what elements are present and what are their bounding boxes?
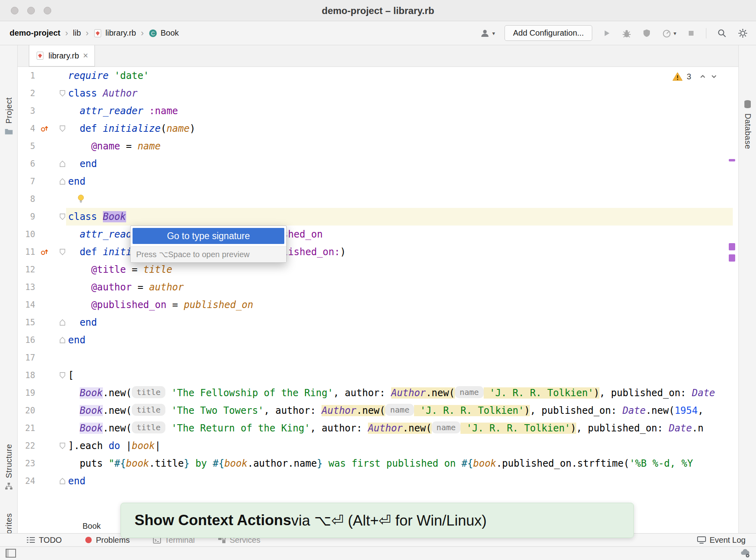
override-marker-icon[interactable]	[40, 247, 49, 256]
code-line-9[interactable]: 9class Book	[18, 208, 738, 226]
profiler-button[interactable]: ▾	[662, 28, 676, 38]
close-tab-icon[interactable]: ×	[83, 52, 88, 60]
code-line-15[interactable]: 15 end	[18, 314, 738, 331]
inlay-hint[interactable]: title	[132, 421, 165, 433]
line-number[interactable]: 20	[19, 402, 35, 419]
line-number[interactable]: 3	[19, 102, 35, 120]
editor[interactable]: 1require 'date'2class Author3 attr_reade…	[18, 67, 738, 519]
fold-start-icon[interactable]	[58, 442, 66, 450]
inlay-hint[interactable]: name	[385, 404, 414, 416]
fold-end-icon[interactable]	[58, 160, 66, 168]
stop-button-icon[interactable]	[687, 29, 696, 38]
line-number[interactable]: 14	[19, 296, 35, 314]
tab-library-rb[interactable]: library.rb ×	[29, 45, 95, 66]
tool-stripe-project[interactable]: Project	[0, 97, 18, 135]
line-number[interactable]: 15	[19, 314, 35, 331]
line-number[interactable]: 2	[19, 85, 35, 102]
run-button-icon[interactable]	[602, 28, 611, 38]
code-line-2[interactable]: 2class Author	[18, 85, 738, 102]
search-everywhere-icon[interactable]	[717, 28, 727, 38]
inlay-hint[interactable]: title	[132, 386, 165, 398]
code-line-16[interactable]: 16end	[18, 331, 738, 349]
code-line-13[interactable]: 13 @author = author	[18, 278, 738, 296]
line-number[interactable]: 7	[19, 173, 35, 190]
code-line-10[interactable]: 10 attr_reader :title, :author, :publish…	[18, 226, 738, 243]
add-configuration-button[interactable]: Add Configuration...	[505, 25, 592, 41]
code-line-1[interactable]: 1require 'date'	[18, 67, 738, 85]
settings-gear-icon[interactable]	[738, 28, 748, 38]
line-number[interactable]: 12	[19, 261, 35, 278]
line-number[interactable]: 23	[19, 455, 35, 472]
previous-problem-chevron-up-icon[interactable]	[699, 73, 706, 80]
override-marker-icon[interactable]	[40, 124, 49, 133]
breadcrumb-project[interactable]: demo-project	[10, 28, 60, 38]
line-number[interactable]: 21	[19, 419, 35, 437]
code-line-5[interactable]: 5 @name = name	[18, 137, 738, 155]
line-number[interactable]: 16	[19, 331, 35, 349]
line-number[interactable]: 8	[19, 190, 35, 208]
code-line-24[interactable]: 24end	[18, 472, 738, 490]
line-number[interactable]: 18	[19, 367, 35, 384]
next-problem-chevron-down-icon[interactable]	[710, 73, 718, 80]
debug-button-icon[interactable]	[622, 28, 631, 38]
inspections-widget[interactable]: 3	[672, 72, 718, 81]
fold-end-icon[interactable]	[58, 477, 66, 485]
tool-stripe-database[interactable]: Database	[739, 100, 756, 149]
code-token: Author	[368, 423, 403, 434]
svg-text:C: C	[151, 30, 155, 36]
breadcrumb-lib[interactable]: lib	[73, 28, 81, 38]
tool-stripe-structure[interactable]: Structure	[0, 444, 18, 490]
line-number[interactable]: 6	[19, 155, 35, 173]
fold-end-icon[interactable]	[58, 318, 66, 326]
code-token: .new(	[426, 387, 454, 399]
line-number[interactable]: 9	[19, 208, 35, 226]
line-number[interactable]: 24	[19, 472, 35, 490]
fold-start-icon[interactable]	[58, 125, 66, 133]
breadcrumb-class[interactable]: C Book	[149, 28, 179, 38]
line-number[interactable]: 10	[19, 226, 35, 243]
code-line-23[interactable]: 23 puts "#{book.title} by #{book.author.…	[18, 455, 738, 472]
inlay-hint[interactable]: title	[132, 404, 165, 416]
code-line-22[interactable]: 22].each do |book|	[18, 437, 738, 455]
line-number[interactable]: 22	[19, 437, 35, 455]
line-number[interactable]: 17	[19, 349, 35, 367]
code-line-21[interactable]: 21 Book.new(title 'The Return of the Kin…	[18, 419, 738, 437]
code-line-11[interactable]: 11 def initialize(title:, author:, publi…	[18, 243, 738, 261]
fold-start-icon[interactable]	[58, 213, 66, 221]
line-number[interactable]: 4	[19, 120, 35, 137]
code-line-20[interactable]: 20 Book.new(title 'The Two Towers', auth…	[18, 402, 738, 419]
toggle-toolwindows-icon[interactable]	[6, 549, 16, 558]
code-line-8[interactable]: 8	[18, 190, 738, 208]
line-number[interactable]: 13	[19, 278, 35, 296]
code-line-7[interactable]: 7end	[18, 173, 738, 190]
code-line-6[interactable]: 6 end	[18, 155, 738, 173]
inlay-hint[interactable]: name	[432, 421, 460, 433]
code-line-18[interactable]: 18[	[18, 367, 738, 384]
popup-action-go-to-type-signature[interactable]: Go to type signature	[133, 228, 284, 244]
fold-end-icon[interactable]	[58, 177, 66, 185]
code-line-4[interactable]: 4 def initialize(name)	[18, 120, 738, 137]
fold-start-icon[interactable]	[58, 248, 66, 256]
toolwindow-event-log[interactable]: Event Log	[697, 536, 746, 545]
line-number[interactable]: 19	[19, 384, 35, 402]
line-number[interactable]: 5	[19, 137, 35, 155]
toolwindow-todo[interactable]: TODO	[26, 536, 62, 545]
breadcrumb-file[interactable]: library.rb	[93, 28, 136, 38]
code-line-19[interactable]: 19 Book.new(title 'The Fellowship of the…	[18, 384, 738, 402]
inlay-hint[interactable]: name	[455, 386, 484, 398]
code-line-12[interactable]: 12 @title = title	[18, 261, 738, 278]
code-line-14[interactable]: 14 @published_on = published_on	[18, 296, 738, 314]
fold-start-icon[interactable]	[58, 89, 66, 97]
chevron-down-icon: ▾	[492, 30, 495, 36]
ide-updates-icon[interactable]	[740, 548, 750, 558]
line-number[interactable]: 1	[19, 67, 35, 85]
user-menu-button[interactable]: ▾	[480, 28, 495, 38]
coverage-button-icon[interactable]	[642, 28, 651, 38]
code-line-17[interactable]: 17	[18, 349, 738, 367]
line-number[interactable]: 11	[19, 243, 35, 261]
code-line-3[interactable]: 3 attr_reader :name	[18, 102, 738, 120]
code-token: 1954	[675, 405, 698, 416]
breadcrumb-book[interactable]: Book	[82, 519, 101, 533]
fold-start-icon[interactable]	[58, 371, 66, 379]
fold-end-icon[interactable]	[58, 336, 66, 344]
